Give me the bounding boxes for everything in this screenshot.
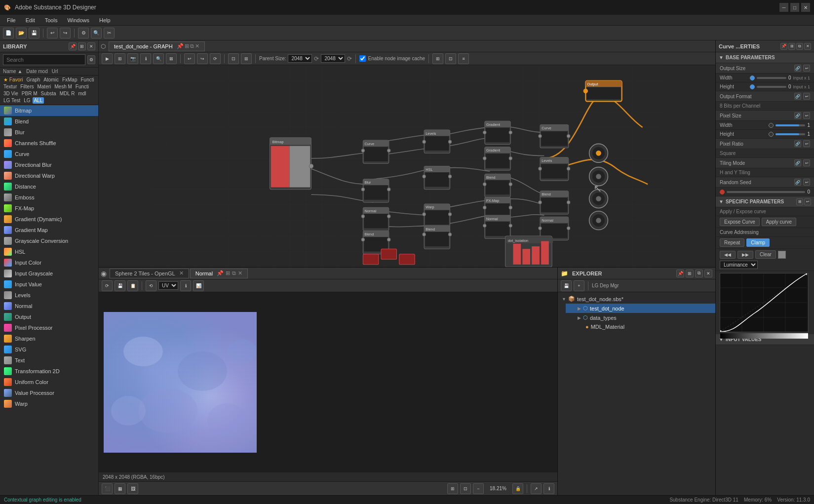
- graph-btn-3[interactable]: 📷: [127, 53, 138, 64]
- node-group-middle[interactable]: Curve Blur Normal: [361, 140, 390, 254]
- preview-tab-normal[interactable]: Normal 📌 ⊞ ⧉ ✕: [190, 269, 248, 278]
- preview-btn-4[interactable]: ⟲: [146, 280, 156, 291]
- pixel-ratio-reset-btn[interactable]: ↩: [803, 140, 810, 147]
- lib-item-channels-shuffle[interactable]: Channels Shuffle: [0, 138, 98, 149]
- output-format-reset-btn[interactable]: ↩: [803, 93, 810, 100]
- node-group-right-center[interactable]: Gradient Gradient: [483, 121, 512, 238]
- lib-item-distance[interactable]: Distance: [0, 181, 98, 192]
- maximize-button[interactable]: □: [790, 3, 799, 12]
- specific-param-btn[interactable]: ⊞: [796, 198, 803, 205]
- undo-button[interactable]: ↩: [47, 28, 58, 39]
- output-height-slider[interactable]: [757, 86, 786, 88]
- curve-color-swatch[interactable]: [778, 251, 786, 259]
- explorer-new-btn[interactable]: +: [574, 280, 584, 291]
- title-bar-controls[interactable]: ─ □ ✕: [779, 3, 810, 12]
- new-button[interactable]: 📄: [3, 28, 14, 39]
- specific-param-reset-btn[interactable]: ↩: [804, 198, 811, 205]
- tab-lgtest[interactable]: LG Test: [2, 97, 22, 104]
- graph-btn-2[interactable]: ⊞: [115, 53, 125, 64]
- open-button[interactable]: 📂: [16, 28, 27, 39]
- graph-btn-4[interactable]: ℹ: [140, 53, 151, 64]
- repeat-button[interactable]: Repeat: [720, 238, 744, 247]
- library-pin-button[interactable]: 📌: [69, 42, 77, 50]
- preview-btn-3[interactable]: 📋: [127, 280, 138, 291]
- curve-next-btn[interactable]: ▶▶: [737, 251, 753, 259]
- graph-btn-11[interactable]: ⊞: [241, 53, 252, 64]
- tree-root[interactable]: ▼ 📦 test_dot_node.sbs*: [558, 294, 715, 304]
- preview-export-btn[interactable]: ↗: [531, 483, 542, 494]
- luminance-select[interactable]: Luminance RGB Red Green Blue Alpha: [720, 261, 758, 269]
- close-icon[interactable]: ✕: [195, 43, 199, 49]
- graph-btn-8[interactable]: ↪: [197, 53, 208, 64]
- explorer-pin-button[interactable]: 📌: [676, 270, 684, 277]
- preview-fit-btn[interactable]: ⊡: [460, 483, 471, 494]
- tab-textur[interactable]: Textur: [2, 83, 18, 90]
- save-button[interactable]: 💾: [29, 28, 39, 39]
- preview-tab-sphere-close[interactable]: ✕: [179, 270, 184, 276]
- node-preview-left[interactable]: Bitmap: [270, 138, 313, 190]
- preview-grid-btn[interactable]: ⊞: [447, 483, 458, 494]
- tree-item-test-dot[interactable]: ▶ ⬡ test_dot_node: [566, 304, 715, 313]
- graph-view-btn-3[interactable]: ≡: [458, 53, 469, 64]
- preview-btn-2[interactable]: 💾: [115, 280, 125, 291]
- explorer-save-btn[interactable]: 💾: [561, 280, 572, 291]
- tab-fxmap[interactable]: FxMap: [61, 77, 79, 83]
- menu-tools[interactable]: Tools: [40, 16, 63, 24]
- node-group-central[interactable]: Levels HSL Warp: [423, 130, 452, 249]
- preview-tab-normal-close[interactable]: ✕: [238, 270, 242, 276]
- clamp-button[interactable]: Clamp: [746, 238, 770, 247]
- output-format-link-btn[interactable]: 🔗: [794, 93, 801, 100]
- graph-view-btn-1[interactable]: ⊞: [432, 53, 443, 64]
- preview-content[interactable]: [99, 292, 557, 472]
- pixel-ratio-link-btn[interactable]: 🔗: [794, 140, 801, 147]
- library-filter-button[interactable]: ⚙: [87, 55, 95, 64]
- graph-btn-5[interactable]: 🔍: [153, 53, 164, 64]
- tiling-mode-reset-btn[interactable]: ↩: [803, 159, 810, 166]
- lib-item-hsl[interactable]: HSL: [0, 246, 98, 257]
- enable-cache-checkbox[interactable]: [359, 55, 366, 62]
- menu-file[interactable]: File: [2, 16, 21, 24]
- lib-item-blend[interactable]: Blend: [0, 116, 98, 127]
- menu-windows[interactable]: Windows: [62, 16, 94, 24]
- apply-curve-button[interactable]: Apply curve: [762, 218, 796, 226]
- preview-chart-btn[interactable]: 📊: [193, 280, 204, 291]
- graph-btn-1[interactable]: ▶: [102, 53, 113, 64]
- props-expand-button[interactable]: ⊞: [788, 43, 795, 50]
- output-size-link-btn[interactable]: 🔗: [794, 65, 801, 72]
- lib-item-pixel-processor[interactable]: Pixel Processor: [0, 322, 98, 333]
- tab-lg[interactable]: LG: [22, 97, 32, 104]
- lib-item-fx-map[interactable]: FX-Map: [0, 203, 98, 214]
- explorer-expand-button[interactable]: ⊞: [686, 270, 694, 277]
- lib-item-normal[interactable]: Normal: [0, 301, 98, 311]
- lib-item-text[interactable]: Text: [0, 355, 98, 366]
- tab-favorites[interactable]: ★ Favori: [2, 77, 25, 83]
- tab-meshm[interactable]: Mesh M: [53, 83, 74, 90]
- random-seed-reset-btn[interactable]: ↩: [803, 179, 810, 186]
- preview-info-btn-2[interactable]: ℹ: [543, 483, 554, 494]
- uv-select[interactable]: UV: [158, 281, 178, 290]
- tab-materi[interactable]: Materi: [36, 83, 52, 90]
- tab-graph[interactable]: Graph: [25, 77, 42, 83]
- curve-clear-btn[interactable]: Clear: [755, 250, 776, 259]
- preview-bottom-btn-2[interactable]: ▦: [115, 483, 125, 494]
- tab-filters[interactable]: Filters: [19, 83, 35, 90]
- top-output-node[interactable]: Output: [583, 80, 622, 101]
- graph-btn-10[interactable]: ⊡: [228, 53, 239, 64]
- lib-item-gradient-(dynamic)[interactable]: Gradient (Dynamic): [0, 214, 98, 225]
- parent-size-select[interactable]: 2048 1024 512: [288, 54, 312, 63]
- preview-tab-normal-float[interactable]: ⧉: [232, 270, 236, 276]
- lib-item-blur[interactable]: Blur: [0, 127, 98, 138]
- pixel-width-slider[interactable]: [775, 124, 805, 126]
- curve-prev-btn[interactable]: ◀◀: [720, 251, 736, 259]
- library-close-button[interactable]: ✕: [87, 42, 95, 50]
- tab-functi[interactable]: Functi: [79, 77, 95, 83]
- props-float-button[interactable]: ⧉: [796, 43, 803, 50]
- lib-item-output[interactable]: Output: [0, 311, 98, 322]
- graph-btn-6[interactable]: ⊠: [166, 53, 177, 64]
- tool1-button[interactable]: ⚙: [78, 28, 89, 39]
- tab-substa[interactable]: Substa: [39, 90, 58, 97]
- menu-edit[interactable]: Edit: [21, 16, 40, 24]
- lib-item-curve[interactable]: Curve: [0, 149, 98, 159]
- library-search-input[interactable]: [3, 54, 85, 65]
- random-seed-link-btn[interactable]: 🔗: [794, 179, 801, 186]
